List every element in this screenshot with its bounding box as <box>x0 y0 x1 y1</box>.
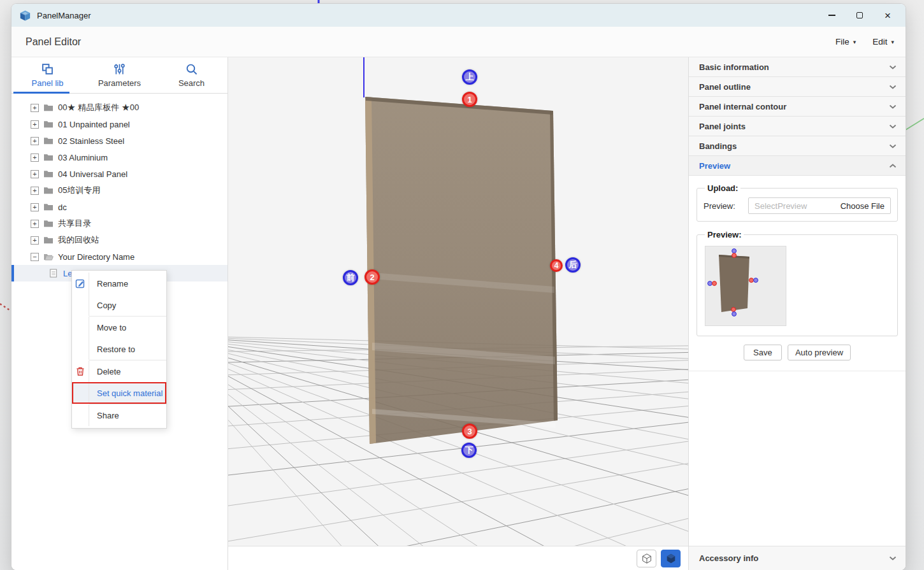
section-bandings[interactable]: Bandings <box>689 136 906 156</box>
section-panel-joints[interactable]: Panel joints <box>689 117 906 136</box>
app-logo-icon <box>19 10 31 22</box>
marker-edge-2[interactable]: 2 <box>365 269 380 285</box>
tree-item[interactable]: + 共享目录 <box>11 215 227 232</box>
expander-icon[interactable]: + <box>31 187 39 195</box>
chevron-down-icon <box>889 65 897 69</box>
tree-item[interactable]: + 我的回收站 <box>11 232 227 248</box>
expander-icon[interactable]: − <box>31 253 39 261</box>
tree-item[interactable]: + 05培训专用 <box>11 182 227 199</box>
minimize-icon <box>828 15 835 16</box>
section-accessory-info[interactable]: Accessory info <box>689 546 906 570</box>
menu-item-icon <box>72 404 89 426</box>
upload-preview-label: Preview: <box>704 201 740 211</box>
search-icon <box>185 62 198 76</box>
expander-icon[interactable]: + <box>31 170 39 178</box>
marker-edge-3[interactable]: 3 <box>462 424 477 439</box>
edit-icon <box>72 273 89 294</box>
menu-item-label: Set quick material <box>89 388 162 398</box>
wireframe-view-button[interactable] <box>637 550 656 567</box>
tree-item-label: 04 Universal Panel <box>58 169 127 179</box>
tree-item-icon <box>43 186 54 195</box>
tree-item[interactable]: + 01 Unpainted panel <box>11 116 227 132</box>
file-menu-label: File <box>835 37 849 46</box>
context-menu-item[interactable]: Delete <box>72 360 166 382</box>
viewport: 上 1 前 2 4 后 3 下 <box>228 57 688 570</box>
page-title: Panel Editor <box>25 36 81 48</box>
tree-item-icon <box>43 252 54 261</box>
tree-item-label: 我的回收站 <box>58 234 99 246</box>
marker-back[interactable]: 后 <box>565 257 581 273</box>
context-menu-item[interactable]: Move to <box>72 317 166 338</box>
maximize-button[interactable] <box>846 6 874 25</box>
sidebar-tabs: Panel lib Parameters <box>11 57 227 94</box>
preview-file-input[interactable]: SelectPreview Choose File <box>748 197 891 214</box>
expander-icon[interactable]: + <box>31 220 39 228</box>
section-panel-outline[interactable]: Panel outline <box>689 77 906 97</box>
expander-icon[interactable]: + <box>31 120 39 129</box>
section-label: Accessory info <box>699 553 758 563</box>
expander-icon[interactable]: + <box>31 104 39 112</box>
title-bar: PanelManager × <box>11 4 906 27</box>
menu-item-label: Move to <box>89 323 126 332</box>
context-menu-item[interactable]: Rename <box>72 273 166 294</box>
marker-bottom[interactable]: 下 <box>461 443 477 458</box>
tab-panel-lib[interactable]: Panel lib <box>11 57 83 93</box>
tab-label: Panel lib <box>32 78 64 88</box>
menu-item-icon <box>72 382 89 404</box>
expander-icon[interactable]: + <box>31 203 39 211</box>
tree-item[interactable]: − Your Directory Name <box>11 248 227 265</box>
scene-3d[interactable]: 上 1 前 2 4 后 3 下 <box>228 57 688 546</box>
context-menu-item[interactable]: Copy <box>72 294 166 316</box>
expander-icon[interactable]: + <box>31 236 39 245</box>
marker-top[interactable]: 上 <box>462 69 477 85</box>
panels-icon <box>41 62 54 76</box>
section-label: Basic information <box>699 62 769 72</box>
context-menu-item[interactable]: Share <box>72 404 166 426</box>
tree-item[interactable]: + dc <box>11 199 227 215</box>
sliders-icon <box>113 62 126 76</box>
tree-item-label: 05培训专用 <box>58 185 100 196</box>
edit-menu[interactable]: Edit ▾ <box>872 37 894 46</box>
tree-item-label: 00★ 精品库板件 ★00 <box>58 102 139 113</box>
tab-search[interactable]: Search <box>155 57 227 93</box>
inspector-panel: Basic information Panel outline Panel in… <box>688 57 906 570</box>
preview-thumbnail-image <box>705 246 786 325</box>
tab-parameters[interactable]: Parameters <box>83 57 155 93</box>
tree-item-label: Your Directory Name <box>58 252 134 262</box>
tree-item[interactable]: + 03 Aluminium <box>11 149 227 166</box>
context-menu: Rename Copy Move to Restore to Delete Se… <box>71 270 167 429</box>
context-menu-item[interactable]: Restore to <box>72 338 166 360</box>
solid-view-button[interactable] <box>661 550 681 567</box>
marker-edge-1[interactable]: 1 <box>462 92 477 107</box>
section-preview[interactable]: Preview <box>689 156 906 176</box>
tree-item-label: 02 Stainless Steel <box>58 136 124 146</box>
tree-item-icon <box>43 136 54 145</box>
choose-file-button[interactable]: Choose File <box>841 201 884 211</box>
chevron-up-icon <box>889 164 897 168</box>
tab-label: Search <box>178 78 205 88</box>
file-menu[interactable]: File ▾ <box>835 37 856 46</box>
tree-item-label: 03 Aluminium <box>58 153 108 162</box>
minimize-button[interactable] <box>818 6 846 25</box>
section-panel-internal-contour[interactable]: Panel internal contour <box>689 97 906 117</box>
upload-fieldset: Upload: Preview: SelectPreview Choose Fi… <box>697 183 898 222</box>
chevron-down-icon <box>889 556 897 560</box>
tree-item-icon <box>48 269 59 278</box>
tree-item-icon <box>43 120 54 129</box>
context-menu-item[interactable]: Set quick material <box>72 382 166 404</box>
save-button[interactable]: Save <box>744 345 782 360</box>
marker-front[interactable]: 前 <box>343 270 358 285</box>
auto-preview-button[interactable]: Auto preview <box>788 345 851 360</box>
tree-item[interactable]: + 00★ 精品库板件 ★00 <box>11 99 227 116</box>
expander-icon[interactable]: + <box>31 153 39 162</box>
marker-edge-4[interactable]: 4 <box>550 259 563 272</box>
menu-item-icon <box>72 338 89 360</box>
tree-item-icon <box>43 219 54 228</box>
expander-icon[interactable]: + <box>31 137 39 145</box>
chevron-down-icon <box>889 124 897 129</box>
section-basic-information[interactable]: Basic information <box>689 57 906 77</box>
close-button[interactable]: × <box>874 6 902 25</box>
tree-item[interactable]: + 04 Universal Panel <box>11 166 227 182</box>
preview-section-body: Upload: Preview: SelectPreview Choose Fi… <box>689 176 906 371</box>
tree-item[interactable]: + 02 Stainless Steel <box>11 132 227 149</box>
